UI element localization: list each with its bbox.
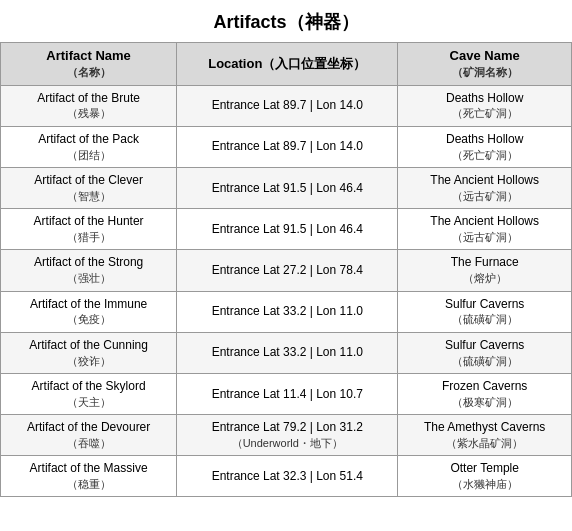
table-row: Artifact of the Pack（团结）Entrance Lat 89.… [1,126,572,167]
artifact-name-cell: Artifact of the Pack（团结） [1,126,177,167]
artifact-name-cell: Artifact of the Devourer（吞噬） [1,415,177,456]
table-row: Artifact of the Clever（智慧）Entrance Lat 9… [1,167,572,208]
location-cell: Entrance Lat 89.7 | Lon 14.0 [177,126,398,167]
table-header-row: Artifact Name （名称） Location（入口位置坐标） Cave… [1,43,572,86]
artifact-name-cell: Artifact of the Massive（稳重） [1,456,177,497]
cave-name-cell: Frozen Caverns（极寒矿洞） [398,373,572,414]
table-row: Artifact of the Cunning（狡诈）Entrance Lat … [1,332,572,373]
table-row: Artifact of the Massive（稳重）Entrance Lat … [1,456,572,497]
cave-name-cell: The Ancient Hollows（远古矿洞） [398,209,572,250]
table-row: Artifact of the Immune（免疫）Entrance Lat 3… [1,291,572,332]
artifact-name-cell: Artifact of the Hunter（猎手） [1,209,177,250]
cave-name-cell: The Amethyst Caverns（紫水晶矿洞） [398,415,572,456]
artifact-name-cell: Artifact of the Cunning（狡诈） [1,332,177,373]
location-cell: Entrance Lat 27.2 | Lon 78.4 [177,250,398,291]
cave-name-cell: Deaths Hollow（死亡矿洞） [398,85,572,126]
col-location: Location（入口位置坐标） [177,43,398,86]
location-cell: Entrance Lat 33.2 | Lon 11.0 [177,332,398,373]
artifact-name-cell: Artifact of the Skylord（天主） [1,373,177,414]
artifacts-table: Artifact Name （名称） Location（入口位置坐标） Cave… [0,42,572,497]
table-row: Artifact of the Hunter（猎手）Entrance Lat 9… [1,209,572,250]
cave-name-cell: The Furnace（熔炉） [398,250,572,291]
cave-name-cell: Otter Temple（水獭神庙） [398,456,572,497]
table-row: Artifact of the Brute（残暴）Entrance Lat 89… [1,85,572,126]
table-row: Artifact of the Strong（强壮）Entrance Lat 2… [1,250,572,291]
location-cell: Entrance Lat 79.2 | Lon 31.2（Underworld・… [177,415,398,456]
page-title: Artifacts（神器） [0,0,572,42]
artifact-name-cell: Artifact of the Immune（免疫） [1,291,177,332]
col-cave-name: Cave Name （矿洞名称） [398,43,572,86]
col-artifact-name: Artifact Name （名称） [1,43,177,86]
location-cell: Entrance Lat 91.5 | Lon 46.4 [177,167,398,208]
cave-name-cell: The Ancient Hollows（远古矿洞） [398,167,572,208]
location-cell: Entrance Lat 91.5 | Lon 46.4 [177,209,398,250]
cave-name-cell: Deaths Hollow（死亡矿洞） [398,126,572,167]
table-row: Artifact of the Devourer（吞噬）Entrance Lat… [1,415,572,456]
location-cell: Entrance Lat 89.7 | Lon 14.0 [177,85,398,126]
location-cell: Entrance Lat 33.2 | Lon 11.0 [177,291,398,332]
table-row: Artifact of the Skylord（天主）Entrance Lat … [1,373,572,414]
cave-name-cell: Sulfur Caverns（硫磺矿洞） [398,291,572,332]
artifact-name-cell: Artifact of the Brute（残暴） [1,85,177,126]
location-cell: Entrance Lat 32.3 | Lon 51.4 [177,456,398,497]
location-cell: Entrance Lat 11.4 | Lon 10.7 [177,373,398,414]
artifact-name-cell: Artifact of the Strong（强壮） [1,250,177,291]
cave-name-cell: Sulfur Caverns（硫磺矿洞） [398,332,572,373]
artifact-name-cell: Artifact of the Clever（智慧） [1,167,177,208]
